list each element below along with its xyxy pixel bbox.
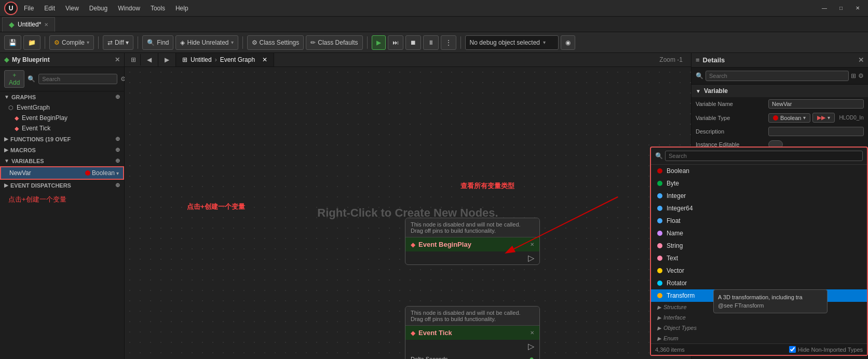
event-graph-item[interactable]: ⬡ EventGraph xyxy=(0,102,124,113)
variable-name-row: Variable Name xyxy=(691,97,868,111)
class-defaults-button[interactable]: ✏ Class Defaults xyxy=(306,35,362,50)
hide-unrelated-button[interactable]: ◈ Hide Unrelated ▾ xyxy=(175,35,238,50)
extra-button[interactable]: ⋮ xyxy=(441,35,456,50)
dispatchers-section-header[interactable]: ▶ EVENT DISPATCHERS ⊕ xyxy=(0,180,124,191)
type-bool-button[interactable]: Boolean ▾ xyxy=(768,113,810,123)
variable-name-value xyxy=(768,99,864,109)
type-list: Boolean Byte Integer Integer64 xyxy=(651,165,867,343)
settings-icon2[interactable]: ⚙ xyxy=(858,72,864,79)
pause-button[interactable]: ⏸ xyxy=(423,35,439,50)
browse-button[interactable]: 📁 xyxy=(23,35,40,50)
event-tick-item[interactable]: ◆ Event Tick xyxy=(0,123,124,134)
diff-button[interactable]: ⇄ Diff ▾ xyxy=(103,35,133,50)
details-search-input[interactable] xyxy=(706,71,849,81)
debug-extra-button[interactable]: ◉ xyxy=(561,35,575,50)
next-icon: ▶ xyxy=(165,56,169,63)
stop-button[interactable]: ⏹ xyxy=(405,35,421,50)
menu-edit[interactable]: Edit xyxy=(42,4,57,13)
type-vector[interactable]: Vector xyxy=(651,264,867,277)
dispatchers-add-icon[interactable]: ⊕ xyxy=(115,182,120,189)
type-byte[interactable]: Byte xyxy=(651,177,867,190)
canvas[interactable]: Right-Click to Create New Nodes. 点击+创建一个… xyxy=(125,67,691,359)
menu-view[interactable]: View xyxy=(63,4,81,13)
vector-color-dot xyxy=(657,268,662,273)
type-array-button[interactable]: ▶▶ ▾ xyxy=(812,113,835,123)
type-integer64[interactable]: Integer64 xyxy=(651,202,867,215)
node2-drag-text: Drag off pins to build functionality. xyxy=(411,316,534,322)
type-string[interactable]: String xyxy=(651,240,867,252)
graph-layout-icon: ⊞ xyxy=(131,56,136,63)
graph-tab-close[interactable]: ✕ xyxy=(262,56,267,63)
var-expand-icon[interactable]: ▾ xyxy=(116,170,119,176)
debug-icon: ◉ xyxy=(565,39,571,46)
left-panel-close[interactable]: ✕ xyxy=(115,56,120,63)
details-close-icon[interactable]: ✕ xyxy=(858,56,864,64)
hide-checkbox-input[interactable] xyxy=(789,346,796,353)
event-begin-play-node[interactable]: This node is disabled and will not be ca… xyxy=(405,218,540,265)
compile-button[interactable]: ⚙ Compile ▾ xyxy=(49,35,94,50)
functions-add-icon[interactable]: ⊕ xyxy=(115,136,120,142)
minimize-button[interactable]: — xyxy=(818,2,831,15)
add-button[interactable]: + Add xyxy=(4,70,24,88)
grid-view-icon[interactable]: ⊞ xyxy=(851,72,856,79)
graph-prev-btn[interactable]: ◀ xyxy=(141,53,158,67)
macros-section-header[interactable]: ▶ MACROS ⊕ xyxy=(0,144,124,155)
close-button[interactable]: ✕ xyxy=(851,2,864,15)
type-enum-group[interactable]: ▶ Enum xyxy=(651,333,867,343)
type-dropdown-search-input[interactable] xyxy=(665,151,863,161)
find-label: Find xyxy=(157,39,169,46)
details-search-bar: 🔍 ⊞ ⚙ xyxy=(691,68,868,85)
hide-non-imported-toggle[interactable]: Hide Non-Imported Types xyxy=(789,346,863,353)
type-boolean[interactable]: Boolean xyxy=(651,165,867,177)
debug-selector-text: No debug object selected xyxy=(470,39,540,46)
integer-color-dot xyxy=(657,193,662,198)
menu-tools[interactable]: Tools xyxy=(148,4,167,13)
menu-help[interactable]: Help xyxy=(173,4,191,13)
debug-selector[interactable]: No debug object selected ▾ xyxy=(465,35,559,50)
maximize-button[interactable]: □ xyxy=(835,2,847,15)
event-graph-tab[interactable]: ⊞ Untitled › Event Graph ✕ xyxy=(176,53,274,67)
menu-window[interactable]: Window xyxy=(116,4,142,13)
variable-section-header[interactable]: ▼ Variable xyxy=(691,85,868,97)
description-input[interactable] xyxy=(768,127,864,136)
newvar-item[interactable]: NewVar Boolean ▾ xyxy=(0,166,124,180)
graphs-section-header[interactable]: ▼ GRAPHS ⊕ xyxy=(0,91,124,102)
step-button[interactable]: ⏭ xyxy=(388,35,403,50)
event-tick-node[interactable]: This node is disabled and will not be ca… xyxy=(405,306,540,359)
type-dropdown[interactable]: 🔍 Boolean Byte Integer xyxy=(650,147,868,356)
type-text[interactable]: Text xyxy=(651,252,867,264)
graphs-add-icon[interactable]: ⊕ xyxy=(115,94,120,100)
play-button[interactable]: ▶ xyxy=(372,35,386,50)
save-button[interactable]: 💾 xyxy=(4,35,21,50)
type-name[interactable]: Name xyxy=(651,227,867,240)
graph-next-btn[interactable]: ▶ xyxy=(158,53,176,67)
type-integer[interactable]: Integer xyxy=(651,190,867,202)
node2-collapse-icon[interactable]: ✕ xyxy=(530,330,534,336)
macros-add-icon[interactable]: ⊕ xyxy=(115,147,120,153)
variable-name-input[interactable] xyxy=(768,99,864,109)
variables-section-header[interactable]: ▼ VARIABLES ⊕ xyxy=(0,155,124,166)
tab-untitled[interactable]: ◆ Untitled* ✕ xyxy=(2,17,55,32)
node1-collapse-icon[interactable]: ✕ xyxy=(530,242,534,247)
type-object-types-group[interactable]: ▶ Object Types xyxy=(651,323,867,333)
bool-type-icon xyxy=(85,170,90,176)
find-button[interactable]: 🔍 Find xyxy=(142,35,173,50)
blueprint-search-input[interactable] xyxy=(38,74,117,84)
type-float[interactable]: Float xyxy=(651,215,867,227)
type-interface-group[interactable]: ▶ Interface xyxy=(651,312,867,323)
menu-debug[interactable]: Debug xyxy=(87,4,110,13)
tab-close[interactable]: ✕ xyxy=(44,22,48,28)
integer-label: Integer xyxy=(667,192,686,200)
graphs-label: GRAPHS xyxy=(11,94,36,100)
functions-section-header[interactable]: ▶ FUNCTIONS (19 OVEF ⊕ xyxy=(0,134,124,144)
menu-file[interactable]: File xyxy=(22,4,36,13)
node1-drag-text: Drag off pins to build functionality. xyxy=(411,228,534,234)
class-settings-button[interactable]: ⚙ Class Settings xyxy=(247,35,304,50)
enum-label: Enum xyxy=(663,335,679,341)
type-rotator[interactable]: Rotator xyxy=(651,277,867,289)
event-begin-play-item[interactable]: ◆ Event BeginPlay xyxy=(0,113,124,123)
type-transform[interactable]: Transform A 3D transformation, including… xyxy=(651,289,867,302)
variables-add-icon[interactable]: ⊕ xyxy=(115,157,120,164)
object-types-arrow-icon: ▶ xyxy=(657,325,661,331)
graph-back-btn[interactable]: ⊞ xyxy=(127,54,141,65)
